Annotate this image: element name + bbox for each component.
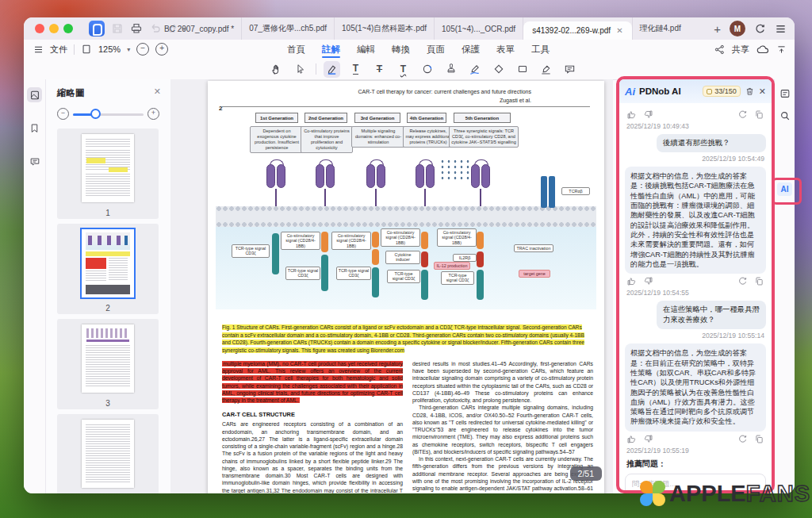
regenerate-icon[interactable] [737,109,748,120]
thumb-zoom-in-icon[interactable]: + [147,108,159,120]
pan-hand-icon[interactable] [268,61,285,78]
gen5-costim-label: Co-stimulatory signal (CD28/4-1BB) [437,228,477,247]
gen1-signal-label: TCR-type signal CD3ζ [232,244,270,258]
tab-pages[interactable]: 頁面 [427,40,445,59]
thumbs-up-icon[interactable] [626,276,637,286]
red-highlighted-text: multiple myeloma (MM), no CAR-T cell pro… [222,361,403,403]
page-fit-icon[interactable] [81,44,92,55]
gen1-desc: Dependent on exogenous cytokine producti… [250,126,304,153]
minimize-window-button[interactable] [49,24,59,33]
right-column-p1: desired results in most studies.41–45 Ac… [412,360,593,404]
copy-icon[interactable] [754,109,764,120]
zoom-level[interactable]: 125% [98,44,121,54]
freehand-draw-icon[interactable] [466,61,483,78]
note-comment-icon[interactable] [561,61,578,78]
shapes-diamond-icon[interactable] [490,61,507,78]
print-icon[interactable] [130,22,144,36]
thumbnail-page-3[interactable]: 3 [57,319,159,409]
message-timestamp: 2025/12/19 10:49:43 [626,122,764,130]
main-menu-icon[interactable] [775,23,787,35]
tab-document-6[interactable]: 理化鏈4.pdf [632,17,688,40]
stamp-icon[interactable] [442,61,459,78]
gen2-tcr-label: TCR-type signal CD3ζ [285,267,320,280]
thumb-zoom-out-icon[interactable]: − [57,108,69,120]
rectangle-tool-icon[interactable] [514,61,530,78]
text-underline-icon[interactable]: T [347,61,364,78]
message-timestamp: 2025/12/19 10:55:14 [626,332,764,340]
thumbnail-zoom-slider[interactable]: − + [56,108,161,121]
regenerate-icon[interactable] [737,434,748,444]
tab-protect[interactable]: 保護 [462,40,480,59]
text-strikethrough-icon[interactable]: T [371,61,388,78]
thumbnail-page-1[interactable]: 1 [57,129,159,219]
tab-annotate[interactable]: 註解 [322,40,340,59]
file-menu-icon[interactable] [33,44,44,55]
search-icon[interactable] [777,108,792,123]
thumbnails-panel: 縮略圖 ✕ − + 1 [46,79,171,493]
tab-home[interactable]: 首頁 [287,40,305,59]
share-icon[interactable] [714,44,725,55]
thumbs-down-icon[interactable] [643,109,653,120]
signature-pen-icon[interactable] [538,61,554,78]
tab-edit[interactable]: 編輯 [357,40,375,59]
app-window: ▾ BC 2007_copy.pdf * 07_選修化學...ch5.pdf 1… [24,17,795,493]
tab-close-icon[interactable]: ✕ [616,26,622,35]
gen2-title: 2nd Generation [304,113,347,123]
slider-knob[interactable] [90,109,101,119]
ai-panel-close-icon[interactable]: ✕ [759,86,766,97]
tab-document-2[interactable]: 07_選修化學...ch5.pdf [242,17,335,40]
assistant-message: 根据文档中的信息，为您生成的答案是：後續挑戰包括CAR-T細胞療法在急性髓性白血… [625,167,766,274]
gen3-desc: Multiple signaling domains: enhanced co-… [351,126,405,148]
collapse-toolbar-icon[interactable] [776,44,787,55]
copy-icon[interactable] [754,276,764,286]
thumbnail-page-number: 1 [57,209,159,217]
new-tab-button[interactable]: + [714,22,721,36]
close-window-button[interactable] [35,24,44,33]
paper-running-authors: Zugasti et al. [358,97,531,106]
thumbnails-close-icon[interactable]: ✕ [154,86,161,97]
zoom-out-button[interactable]: − [136,43,149,56]
page-indicator-badge[interactable]: 2/51 [570,466,602,481]
ai-chat-scroll[interactable]: 2025/12/19 10:49:43 後續還有那些挑戰？ 2025/12/19… [619,103,772,490]
file-menu[interactable]: 文件 [50,44,67,56]
delete-chat-icon[interactable] [745,86,755,97]
tab-forms[interactable]: 表單 [496,40,515,59]
sync-icon[interactable] [754,23,766,35]
thumbnail-page-2[interactable]: 2 [57,224,159,314]
cytokine-dots [439,159,471,182]
zoom-caret-icon[interactable]: ▾ [127,46,130,53]
thumbs-down-icon[interactable] [643,434,653,444]
tab-document-1[interactable]: BC 2007_copy.pdf * [157,17,242,40]
thumbs-up-icon[interactable] [626,434,637,444]
right-column-p3: In this context, next-generation CAR-T c… [412,455,593,493]
share-button[interactable]: 共享 [732,44,749,56]
properties-panel-icon[interactable] [777,86,792,101]
maximize-window-button[interactable] [63,24,73,33]
ellipse-tool-icon[interactable] [419,61,435,78]
assistant-message: 根据文档中的信息，为您生成的答案是：在目前正在研究的策略中，双特异性策略（如双C… [625,343,766,432]
tab-tools[interactable]: 工具 [531,40,550,59]
watermark-fans-text: FANS [746,481,810,507]
account-avatar[interactable]: M [730,21,745,36]
select-cursor-icon[interactable] [292,61,308,78]
thumbs-up-icon[interactable] [626,109,637,120]
bookmarks-panel-icon[interactable] [27,121,42,136]
highlighter-icon[interactable] [324,61,340,78]
thumbnail-page-4[interactable]: 4 [57,414,159,493]
right-column-p2: Third-generation CARs integrate multiple… [412,404,593,455]
thumbs-down-icon[interactable] [643,276,653,286]
document-viewport[interactable]: CAR-T cell therapy for cancer: current c… [170,79,613,493]
gen3-title: 3rd Generation [354,113,400,123]
text-squiggly-icon[interactable]: T [395,61,412,78]
copy-icon[interactable] [754,434,764,444]
tab-document-4[interactable]: 105(1~4)..._OCR.pdf [435,17,523,40]
tab-convert[interactable]: 轉換 [392,40,410,59]
save-icon[interactable] [111,22,124,36]
regenerate-icon[interactable] [737,276,748,286]
cloud-icon[interactable] [756,44,769,55]
zoom-in-button[interactable]: + [155,43,168,56]
tab-document-3[interactable]: 105(1~4)自然科題本.pdf [335,17,435,40]
comments-panel-icon[interactable] [27,154,42,169]
tab-document-active[interactable]: s41392-02...269-w.pdf ✕ [523,21,631,40]
thumbnails-panel-icon[interactable] [27,87,42,102]
